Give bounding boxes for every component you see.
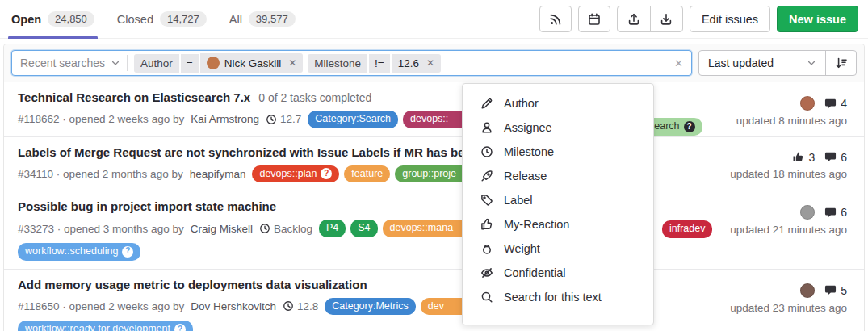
comments-stat[interactable]: 6 (824, 206, 847, 219)
issue-title-line: Add memory usage metric to deployments d… (18, 278, 848, 292)
dropdown-item-author[interactable]: Author (463, 91, 653, 115)
milestone-link[interactable]: Backlog (259, 223, 312, 235)
issue-labels-row2: workflow::scheduling? (18, 243, 848, 261)
filtered-search-input[interactable]: Recent searches Author=Nick Gaskill✕Mile… (11, 50, 692, 76)
label-workflow-scheduling[interactable]: workflow::scheduling? (18, 243, 140, 261)
export-issues-button[interactable] (618, 6, 650, 31)
issue-stats: 6 (800, 205, 847, 220)
dropdown-item-weight[interactable]: Weight (463, 237, 653, 261)
tab-count-badge: 39,577 (249, 11, 296, 27)
issue-title[interactable]: Labels of Merge Request are not synchron… (18, 145, 493, 159)
assignee-avatar[interactable] (800, 205, 815, 220)
label-text: group::proje (402, 168, 456, 181)
dropdown-item-my-reaction[interactable]: My-Reaction (463, 212, 653, 237)
comments-stat[interactable]: 4 (824, 97, 847, 110)
clear-search-icon[interactable]: ✕ (674, 57, 683, 69)
label-text: Category:Search (315, 113, 391, 126)
label-infradev[interactable]: infradev (662, 220, 712, 238)
dropdown-item-confidential[interactable]: Confidential (463, 261, 653, 285)
user-icon (480, 121, 493, 134)
issue-meta: #34110 · opened 2 months ago byheapifyma… (18, 166, 848, 183)
label-text: devops::plan (259, 168, 317, 181)
import-issues-button[interactable] (650, 6, 682, 31)
issue-row: Labels of Merge Request are not synchron… (4, 136, 864, 191)
issue-author[interactable]: Dov Hershkovitch (191, 300, 276, 312)
filter-token-milestone[interactable]: Milestone!=12.6✕ (308, 54, 441, 73)
rss-button[interactable] (539, 6, 572, 32)
chevron-down-icon (111, 58, 120, 68)
new-issue-button[interactable]: New issue (777, 6, 858, 32)
state-tabs: Open24,850Closed14,727All39,577 (11, 0, 296, 39)
upvotes-stat[interactable]: 3 (792, 151, 815, 164)
issue-title-line: Technical Research on Elasticsearch 7.x0… (18, 90, 848, 105)
thumb-up-filled-icon (792, 151, 804, 163)
label-s4[interactable]: S4 (350, 220, 377, 237)
sort-field-label: Last updated (708, 57, 774, 69)
label-text: infradev (669, 223, 705, 236)
label-p4[interactable]: P4 (319, 220, 346, 237)
dropdown-item-search-for-this-text[interactable]: Search for this text (463, 285, 653, 309)
issue-title[interactable]: Technical Research on Elasticsearch 7.x (18, 90, 250, 104)
issue-meta: #118662 · opened 2 weeks ago byKai Armst… (18, 111, 848, 128)
weight-icon (480, 242, 493, 255)
issue-right-meta: 4updated 8 minutes ago (736, 96, 847, 127)
label-text: workflow::ready for development (25, 323, 170, 331)
dropdown-item-label: My-Reaction (504, 218, 569, 231)
tab-all[interactable]: All39,577 (229, 0, 296, 39)
tab-open[interactable]: Open24,850 (11, 0, 94, 39)
avatar (207, 57, 220, 69)
tab-closed[interactable]: Closed14,727 (117, 0, 207, 39)
issue-stats: 4 (800, 96, 847, 111)
dropdown-item-label: Search for this text (504, 291, 602, 304)
edit-issues-button[interactable]: Edit issues (690, 6, 770, 32)
issue-title[interactable]: Possible bug in project import state mac… (18, 199, 276, 213)
comments-icon (824, 207, 837, 219)
remove-token-icon[interactable]: ✕ (426, 57, 434, 69)
comments-stat[interactable]: 6 (824, 151, 847, 164)
comments-icon (824, 98, 837, 110)
issue-updated: updated 23 minutes ago (730, 302, 847, 314)
filter-token-author[interactable]: Author=Nick Gaskill✕ (134, 53, 303, 73)
label-text: Category:Metrics (332, 300, 408, 313)
eye-slash-icon (480, 266, 493, 279)
issue-author[interactable]: Kai Armstrong (191, 113, 259, 125)
label-feature[interactable]: feature (344, 166, 390, 183)
tab-count-badge: 14,727 (160, 11, 207, 27)
token-name: Author (134, 54, 179, 73)
milestone-link[interactable]: 12.8 (283, 300, 318, 312)
tab-label: All (229, 13, 242, 26)
milestone-title: Backlog (274, 223, 312, 235)
comments-count: 4 (841, 97, 847, 110)
dropdown-item-assignee[interactable]: Assignee (463, 115, 653, 140)
assignee-avatar[interactable] (800, 283, 815, 298)
calendar-button[interactable] (578, 6, 610, 32)
dropdown-item-release[interactable]: Release (463, 164, 653, 188)
dropdown-item-milestone[interactable]: Milestone (463, 140, 653, 164)
export-import-group (617, 6, 683, 32)
comments-count: 5 (841, 284, 847, 297)
recent-searches-dropdown[interactable]: Recent searches (20, 57, 120, 69)
milestone-title: 12.7 (280, 113, 301, 125)
help-icon: ? (174, 324, 186, 331)
issue-stats: 5 (800, 283, 847, 298)
issue-author[interactable]: Craig Miskell (191, 223, 253, 235)
issue-stats: 36 (792, 151, 847, 164)
label-category-metrics[interactable]: Category:Metrics (325, 298, 415, 316)
assignee-avatar[interactable] (800, 96, 815, 111)
remove-token-icon[interactable]: ✕ (288, 57, 296, 69)
issue-right-meta: 6updated 21 minutes ago (730, 205, 847, 236)
sort-field-dropdown[interactable]: Last updated (699, 51, 825, 75)
label-workflow-ready-for-development[interactable]: workflow::ready for development? (18, 321, 193, 331)
milestone-title: 12.8 (297, 300, 318, 312)
milestone-link[interactable]: 12.7 (266, 113, 301, 125)
label-category-search[interactable]: Category:Search (308, 111, 398, 128)
comments-stat[interactable]: 5 (824, 284, 847, 297)
header-actions: Edit issues New issue (539, 6, 858, 32)
issue-author[interactable]: heapifyman (190, 168, 246, 180)
dropdown-item-label[interactable]: Label (463, 188, 653, 212)
token-value-text: Nick Gaskill (224, 57, 282, 69)
sort-direction-button[interactable] (825, 51, 856, 75)
issue-title[interactable]: Add memory usage metric to deployments d… (18, 278, 367, 291)
issue-reference-opened: #34110 · opened 2 months ago by (18, 168, 183, 180)
label-devops-plan[interactable]: devops::plan? (252, 166, 339, 183)
